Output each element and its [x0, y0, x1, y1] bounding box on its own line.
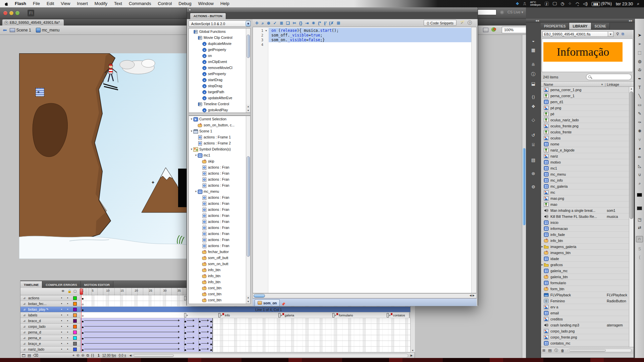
library-item-name[interactable]: nariz [550, 154, 629, 158]
remove-comment-icon[interactable]: (✗ [329, 21, 334, 25]
library-item-oculos-frente[interactable]: oculos_frente [541, 129, 629, 135]
library-item-name[interactable]: mc_menu [550, 172, 629, 176]
line-comment-icon[interactable]: (⁄ [324, 21, 326, 25]
actions-close-button[interactable] [189, 8, 191, 11]
library-item-info-fade[interactable]: info_fade [541, 232, 629, 238]
navigator-item-actions-fran[interactable]: aactions : Fran [189, 219, 250, 225]
edit-symbol-icon[interactable]: 🟢 [491, 27, 496, 32]
behaviors-panel-icon[interactable]: ⚙ [530, 184, 537, 190]
layer-name-label[interactable]: corpo_lado [28, 324, 46, 328]
new-symbol-button[interactable]: ⊞ [542, 348, 545, 353]
menu-item-view[interactable]: View [57, 0, 73, 7]
keyframe-dot[interactable] [199, 326, 201, 328]
navigator-item-actions-frame-1[interactable]: aactions : Frame 1 [189, 134, 250, 140]
keyframe-dot[interactable] [82, 315, 84, 317]
frames-row-nariz_lado[interactable] [80, 347, 410, 352]
navigator-item-actions-fran[interactable]: aactions : Fran [189, 194, 250, 200]
cs-live-sphere-icon[interactable] [500, 10, 504, 14]
library-item-name[interactable]: galeria_mc [550, 269, 629, 273]
library-item-perna-correr-1[interactable]: perna_correr_1 [541, 93, 629, 99]
frame-label-blank[interactable] [184, 313, 188, 318]
library-item-name[interactable]: idade [550, 257, 629, 261]
selected-stage-object[interactable]: ⌖ [36, 88, 44, 97]
toolbox-item-duplicatemovie[interactable]: aduplicateMovie [189, 41, 250, 47]
free-transform-tool[interactable]: ⬚ [637, 50, 643, 56]
layer-visibility-dot[interactable]: • [61, 296, 62, 300]
color-panel-icon[interactable]: ◒ [530, 38, 537, 44]
library-item-corpo-frente-png[interactable]: corpo_frente.png [541, 334, 629, 340]
code-snippets-button[interactable]: ⟨⟩ Code Snippets [424, 20, 457, 26]
actionscript-version-select[interactable]: ActionScript 1.0 & 2.0 [189, 20, 251, 27]
keyframe-dot[interactable] [210, 326, 212, 328]
rectangle-tool[interactable]: ▭ [637, 102, 643, 108]
time-machine-icon[interactable]: ◷ [560, 1, 564, 6]
layer-visibility-dot[interactable]: • [61, 313, 62, 317]
layer-name-label[interactable]: botao_play [28, 307, 45, 311]
layer-name-label[interactable]: botao_fec... [28, 302, 47, 306]
navigator-item-som-on-button-c-[interactable]: som_on_button, c... [189, 122, 250, 128]
document-vertical-scrollbar[interactable] [522, 35, 526, 362]
navigator-item-actions-fran[interactable]: aactions : Fran [189, 237, 250, 243]
navigator-item-info-btn[interactable]: info_btn [189, 267, 250, 273]
text-tool[interactable]: T [637, 84, 643, 90]
bone-tool[interactable]: ⑂ [637, 137, 643, 143]
collapse-dock-right-icon[interactable]: ▶▶ [629, 19, 633, 22]
jdownloader-icon[interactable]: ji [545, 2, 549, 6]
panel-tab-scene[interactable]: SCENE [591, 23, 610, 29]
column-linkage-label[interactable]: Linkage [607, 82, 619, 86]
selection-tool[interactable]: ➤ [637, 32, 643, 38]
wifi-icon[interactable]: ◠̤ [576, 1, 579, 6]
temperature-readout[interactable]: 40°C3498rpm [530, 1, 541, 6]
library-item-name[interactable]: mc_galeria [550, 184, 629, 188]
dropbox-icon[interactable]: ❖ [516, 1, 519, 6]
menu-item-edit[interactable]: Edit [43, 0, 57, 7]
layer-row-bra-o_e[interactable]: ⊿braço_e•• [20, 341, 80, 347]
library-item-name[interactable]: nome [550, 142, 629, 146]
library-item-name[interactable]: erv a [550, 305, 629, 309]
navigator-item-actions-fran[interactable]: aactions : Fran [189, 225, 250, 231]
dock-header-strip[interactable]: ◀◀ ▶▶ [526, 19, 644, 23]
library-item-name[interactable]: graficos [550, 263, 629, 267]
timeline-tab-compiler-errors[interactable]: COMPILER ERRORS [42, 281, 80, 288]
library-item-name[interactable]: galeria_btn [550, 275, 629, 279]
close-document-icon[interactable]: ✕ [4, 21, 8, 24]
disclosure-icon[interactable]: ▼ [190, 148, 193, 151]
info-panel-icon[interactable]: ⓘ [530, 71, 537, 78]
frame-label-contatos[interactable]: contatos [387, 313, 405, 318]
frames-row-corpo_lado[interactable] [80, 324, 410, 329]
library-item-corpo-lado-png[interactable]: corpo_lado.png [541, 328, 629, 334]
navigator-item-cont-btn[interactable]: cont_btn [189, 285, 250, 291]
navigator-item-skip[interactable]: skip [189, 158, 250, 164]
timeline-tab-timeline[interactable]: TIMELINE [20, 281, 42, 288]
layer-name-label[interactable]: perna_e [28, 336, 41, 340]
current-frame-readout[interactable]: 1 [98, 354, 100, 357]
show-code-hint-icon[interactable]: ❏ [286, 21, 290, 25]
column-name-label[interactable]: Name [544, 82, 553, 86]
toolbox-item-gotoandplay[interactable]: agotoAndPlay [189, 107, 250, 113]
layer-visibility-dot[interactable]: • [61, 348, 62, 351]
check-syntax-icon[interactable]: ✓ [273, 21, 277, 25]
straighten-option-icon[interactable]: ( [637, 254, 643, 260]
menu-item-commands[interactable]: Commands [125, 0, 154, 7]
library-item-form-btn[interactable]: form_btn [541, 286, 629, 292]
layer-lock-dot[interactable]: • [67, 319, 68, 322]
library-item-name[interactable]: mao [550, 202, 629, 206]
toolbox-item-startdrag[interactable]: astartDrag [189, 77, 250, 83]
spotlight-icon[interactable]: ⌕ [637, 1, 639, 6]
library-item-contatos-mc[interactable]: contatos_mc [541, 340, 629, 346]
layer-lock-dot[interactable]: • [67, 330, 68, 334]
toolbox-item-global-functions[interactable]: Global Functions [189, 28, 250, 35]
disclosure-icon[interactable]: ▼ [195, 154, 198, 157]
layer-row-braco_d[interactable]: ⊿braco_d•• [20, 318, 80, 324]
layer-visibility-dot[interactable]: • [61, 319, 62, 322]
document-tab[interactable]: ✕ EBJ_59950_49549_43901.fla* [2, 19, 64, 25]
navigator-item-info-btn[interactable]: info_btn [189, 279, 250, 285]
layer-row-perna_e[interactable]: ⊿perna_e•• [20, 335, 80, 341]
toolbox-item-getproperty[interactable]: agetProperty [189, 47, 250, 53]
transform-panel-icon[interactable]: ⬓ [530, 80, 537, 87]
navigator-item-mc-menu[interactable]: ▼mc_menu [189, 188, 250, 194]
library-item-name[interactable]: mc_info [550, 178, 629, 182]
menu-item-control[interactable]: Control [154, 0, 175, 7]
library-item-name[interactable]: formulario [550, 281, 629, 285]
navigator-item-actions-fran[interactable]: aactions : Fran [189, 164, 250, 170]
